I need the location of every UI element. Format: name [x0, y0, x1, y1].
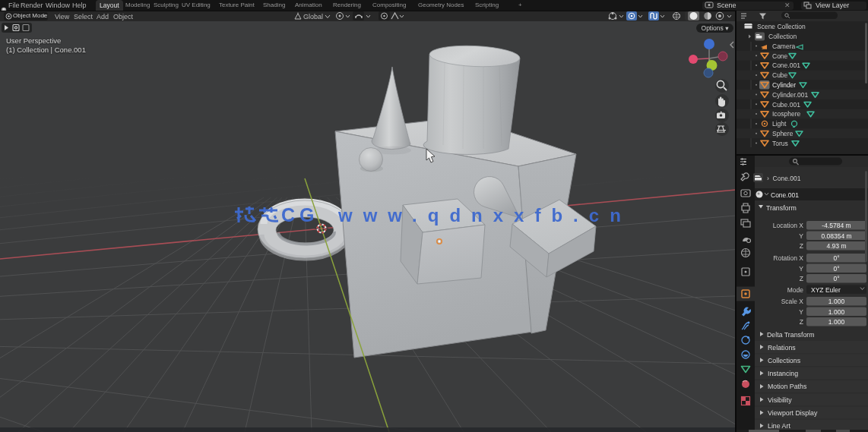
svg-text:www.qdnxxfb.cn: www.qdnxxfb.cn — [337, 205, 632, 225]
svg-text:Global: Global — [303, 13, 323, 20]
svg-text:Y: Y — [799, 232, 803, 240]
svg-text:Motion Paths: Motion Paths — [768, 383, 807, 390]
svg-text:Cylinder: Cylinder — [772, 81, 796, 89]
svg-text:Cylinder.001: Cylinder.001 — [772, 91, 809, 99]
svg-text:Scene Collection: Scene Collection — [757, 23, 806, 30]
svg-text:XYZ Euler: XYZ Euler — [811, 286, 841, 294]
svg-text:Collections: Collections — [768, 357, 801, 364]
svg-text:Torus: Torus — [772, 140, 788, 147]
svg-text:0°: 0° — [833, 254, 839, 262]
svg-text:Line Art: Line Art — [768, 422, 790, 430]
svg-text:Cube.001: Cube.001 — [772, 101, 800, 109]
svg-text:CG: CG — [281, 204, 319, 225]
svg-text:0°: 0° — [833, 275, 839, 282]
svg-text:Y: Y — [799, 265, 803, 273]
svg-text:Scale X: Scale X — [781, 298, 804, 305]
svg-text:Cone: Cone — [772, 52, 788, 60]
svg-text:Visibility: Visibility — [768, 396, 792, 404]
svg-text:Transform: Transform — [766, 204, 797, 212]
svg-text:Y: Y — [799, 308, 803, 316]
svg-text:Relations: Relations — [768, 344, 796, 352]
svg-text:1.000: 1.000 — [828, 308, 845, 316]
svg-text:-4.5784 m: -4.5784 m — [822, 222, 851, 229]
svg-text:Z: Z — [800, 318, 803, 326]
svg-text:Camera: Camera — [772, 43, 796, 50]
svg-text:Viewport Display: Viewport Display — [768, 409, 818, 417]
svg-text:1.000: 1.000 — [828, 318, 845, 326]
svg-text:Delta Transform: Delta Transform — [767, 331, 815, 339]
svg-text:Z: Z — [800, 242, 803, 250]
svg-text:Location X: Location X — [773, 222, 803, 229]
svg-text:Cone.001: Cone.001 — [771, 191, 799, 199]
svg-text:Cube: Cube — [772, 71, 788, 79]
svg-text:Mode: Mode — [787, 286, 804, 294]
svg-text:Cone.001: Cone.001 — [772, 61, 800, 69]
svg-text:Collection: Collection — [768, 33, 797, 40]
svg-text:Icosphere: Icosphere — [772, 110, 801, 118]
svg-text:4.93 m: 4.93 m — [827, 242, 847, 250]
svg-text:Light: Light — [772, 120, 787, 128]
svg-text:› Cone.001: › Cone.001 — [767, 175, 801, 182]
svg-text:1.000: 1.000 — [828, 298, 845, 305]
svg-text:Z: Z — [800, 275, 803, 282]
svg-text:0.08354 m: 0.08354 m — [821, 232, 851, 240]
svg-text:Instancing: Instancing — [768, 370, 798, 377]
svg-text:Sphere: Sphere — [772, 130, 794, 137]
svg-text:0°: 0° — [833, 265, 839, 273]
svg-text:Rotation X: Rotation X — [773, 254, 803, 262]
